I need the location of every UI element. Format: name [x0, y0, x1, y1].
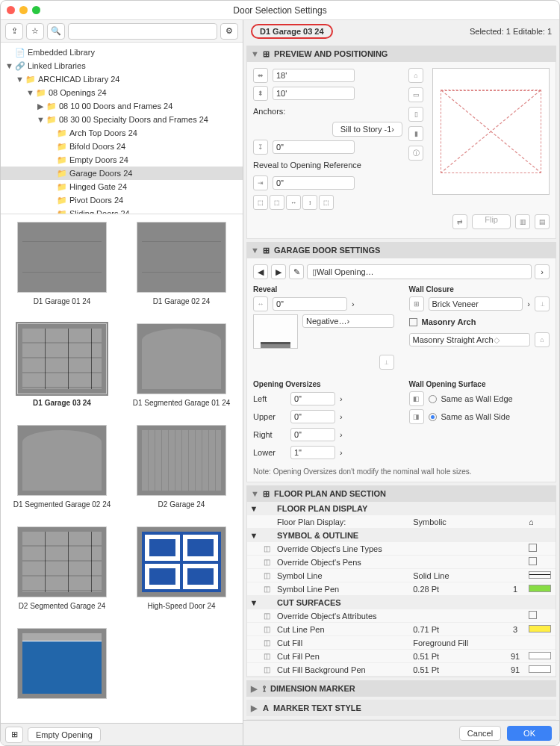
tab-next-button[interactable]: ▶ — [271, 264, 286, 279]
preview-viewport[interactable] — [432, 68, 550, 195]
masonry-ext-icon[interactable]: ⌂ — [535, 332, 550, 347]
right-input[interactable] — [290, 428, 335, 441]
tree-node[interactable]: ▼📁08 30 00 Specialty Doors and Frames 24 — [1, 113, 243, 126]
gallery-item[interactable]: D2 Garage 24 — [125, 425, 238, 520]
height-icon: ⬍ — [253, 86, 268, 101]
left-panel: ⇪ ☆ 🔍 ⚙ 📄Embedded Library▼🔗Linked Librar… — [1, 20, 243, 745]
closure-ext-icon[interactable]: ⟂ — [535, 296, 550, 311]
anchor-4[interactable]: ↕ — [302, 195, 317, 210]
dialog-footer: Cancel OK — [243, 720, 559, 745]
tree-node[interactable]: 📁Hinged Gate 24 — [1, 180, 243, 193]
section-floorplan-header[interactable]: ▼⊞FLOOR PLAN AND SECTION — [246, 485, 556, 502]
reveal-input[interactable] — [273, 176, 355, 190]
table-row[interactable]: ◫Cut FillForeground Fill — [247, 636, 556, 650]
favorite-icon[interactable]: ☆ — [26, 23, 44, 40]
anchor-buttons: ⬚ ⬚ ↔ ↕ ⬚ — [253, 195, 402, 210]
section-dimension-marker[interactable]: ▶⟟DIMENSION MARKER — [246, 680, 556, 697]
table-row[interactable]: ◫Override Object's Pens — [247, 556, 556, 569]
folder-up-icon[interactable]: ⇪ — [5, 23, 23, 40]
gallery-item[interactable] — [5, 628, 119, 715]
orient-b-icon[interactable]: ▤ — [535, 214, 550, 229]
window-title: Door Selection Settings — [1, 5, 559, 16]
view-3d-icon[interactable]: ⌂ — [408, 68, 423, 83]
table-row[interactable]: ◫Override Object's Line Types — [247, 542, 556, 556]
section-preview-header[interactable]: ▼⊞PREVIEW AND POSITIONING — [246, 46, 556, 62]
width-input[interactable] — [273, 69, 355, 82]
gallery-item[interactable]: D1 Garage 03 24 — [5, 323, 119, 419]
sill-to-story-button[interactable]: Sill to Story -1 › — [332, 122, 402, 137]
sill-value-input[interactable] — [273, 140, 355, 154]
table-row[interactable]: ◫Symbol Line Pen0.28 Pt1 — [247, 582, 556, 596]
upper-input[interactable] — [290, 410, 335, 423]
masonry-type-dropdown[interactable]: Masonry Straight Arch ◇ — [409, 333, 531, 346]
tree-node[interactable]: 📁Pivot Doors 24 — [1, 193, 243, 207]
info-icon[interactable]: ⓘ — [408, 146, 423, 161]
view-side-icon[interactable]: ▮ — [408, 126, 423, 141]
tree-node[interactable]: ▶📁08 10 00 Doors and Frames 24 — [1, 99, 243, 113]
gallery-item[interactable]: D1 Segmented Garage 01 24 — [125, 323, 238, 419]
height-input[interactable] — [273, 87, 355, 100]
tree-node[interactable]: 📁Sliding Doors 24 — [1, 207, 243, 214]
wos-edge-radio[interactable] — [429, 395, 437, 403]
gear-icon[interactable]: ⚙ — [220, 23, 238, 40]
wos-side-radio[interactable] — [429, 413, 437, 421]
table-row[interactable]: ◫Cut Fill Background Pen0.51 Pt91 — [247, 663, 556, 677]
opening-icon[interactable]: ⊞ — [5, 727, 23, 743]
anchor-1[interactable]: ⬚ — [253, 195, 268, 210]
search-input[interactable] — [68, 23, 217, 40]
gallery-item[interactable]: D1 Segmented Garage 02 24 — [5, 425, 119, 520]
table-row[interactable]: ◫Cut Fill Pen0.51 Pt91 — [247, 650, 556, 663]
fpd-row[interactable]: Floor Plan Display:Symbolic⌂ — [247, 515, 556, 529]
gallery-item[interactable]: D1 Garage 01 24 — [5, 222, 119, 317]
closure-icon: ⊞ — [409, 296, 424, 311]
view-elev-icon[interactable]: ▯ — [408, 107, 423, 122]
tab-edit-icon[interactable]: ✎ — [289, 264, 304, 279]
right-panel: D1 Garage 03 24 Selected: 1 Editable: 1 … — [243, 20, 559, 745]
reveal-value-input[interactable] — [273, 297, 347, 311]
table-row[interactable]: ◫Override Object's Attributes — [247, 609, 556, 623]
tree-node[interactable]: 📄Embedded Library — [1, 46, 243, 59]
tree-node[interactable]: ▼📁ARCHICAD Library 24 — [1, 72, 243, 86]
table-row[interactable]: ◫Cut Line Pen0.71 Pt3 — [247, 623, 556, 636]
chevron-right-icon: ▶ — [251, 684, 258, 694]
gallery-item[interactable]: D1 Garage 02 24 — [125, 222, 238, 317]
tree-node[interactable]: ▼📁08 Openings 24 — [1, 86, 243, 99]
reveal-extra-icon[interactable]: ⟂ — [379, 355, 394, 370]
tree-node[interactable]: 📁Empty Doors 24 — [1, 153, 243, 167]
anchor-3[interactable]: ↔ — [286, 195, 301, 210]
gallery-item[interactable]: D2 Segmented Garage 24 — [5, 526, 119, 622]
cancel-button[interactable]: Cancel — [459, 726, 501, 741]
chevron-right-icon: ▶ — [251, 703, 258, 713]
empty-opening-button[interactable]: Empty Opening — [28, 727, 101, 742]
tree-node[interactable]: 📁Arch Top Doors 24 — [1, 126, 243, 140]
negative-dropdown[interactable]: Negative… › — [302, 314, 394, 328]
tree-node[interactable]: 📁Garage Doors 24 — [1, 167, 243, 180]
lower-input[interactable] — [290, 446, 335, 459]
section-marker-text-style[interactable]: ▶AMARKER TEXT STYLE — [246, 700, 556, 716]
gallery-item[interactable]: High-Speed Door 24 — [125, 526, 238, 622]
thumbnail-gallery[interactable]: D1 Garage 01 24D1 Garage 02 24D1 Garage … — [1, 214, 243, 723]
tree-node[interactable]: ▼🔗Linked Libraries — [1, 59, 243, 72]
tree-node[interactable]: 📁Bifold Doors 24 — [1, 140, 243, 153]
library-tree[interactable]: 📄Embedded Library▼🔗Linked Libraries▼📁ARC… — [1, 43, 243, 214]
mirror-icon[interactable]: ⇄ — [452, 214, 467, 229]
anchor-2[interactable]: ⬚ — [270, 195, 284, 210]
section-garage-header[interactable]: ▼⊞GARAGE DOOR SETTINGS — [246, 242, 556, 258]
table-row[interactable]: ◫Symbol LineSolid Line — [247, 569, 556, 582]
search-icon[interactable]: 🔍 — [47, 23, 65, 40]
side-icon: ◨ — [409, 409, 424, 424]
tab-wall-opening[interactable]: ▯ Wall Opening… — [307, 264, 532, 279]
flip-button[interactable]: Flip — [472, 214, 511, 229]
left-input[interactable] — [290, 392, 335, 405]
closure-heading: Wall Closure — [409, 285, 550, 293]
anchor-5[interactable]: ⬚ — [319, 195, 334, 210]
view-plan-icon[interactable]: ▭ — [408, 87, 423, 102]
closure-dropdown[interactable]: Brick Veneer — [429, 297, 523, 311]
reveal-preview — [253, 314, 298, 349]
tab-prev-button[interactable]: ◀ — [253, 264, 268, 279]
masonry-checkbox[interactable] — [409, 318, 417, 326]
wos-heading: Wall Opening Surface — [409, 380, 550, 388]
tab-expand-icon[interactable]: › — [535, 264, 550, 279]
ok-button[interactable]: OK — [507, 726, 552, 741]
orient-a-icon[interactable]: ▥ — [515, 214, 530, 229]
